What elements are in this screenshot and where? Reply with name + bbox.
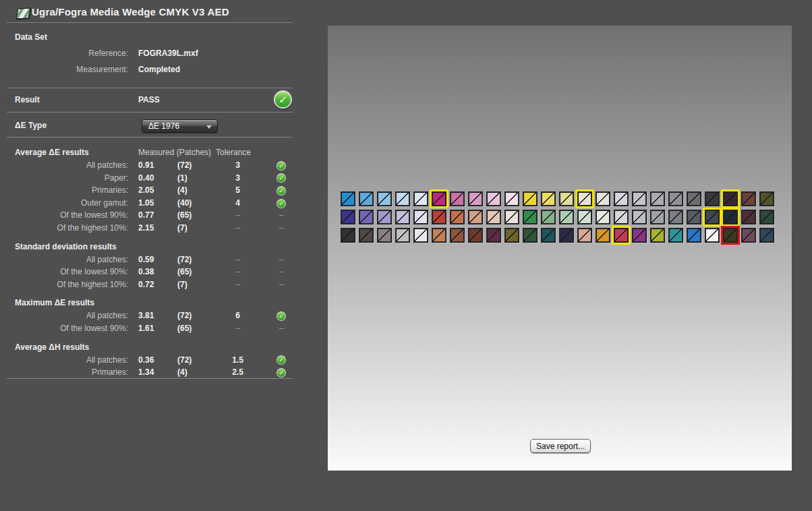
color-patch[interactable] [341,191,355,206]
table-row: Of the highest 10%:0.72(7)–– [7,278,293,291]
color-patch[interactable] [596,210,610,224]
color-patch[interactable] [632,228,647,243]
color-patch[interactable] [377,228,392,243]
color-patch[interactable] [395,228,410,243]
color-patch[interactable] [759,210,774,224]
color-patch[interactable] [559,228,574,243]
color-patch[interactable] [668,191,683,206]
pass-check-icon: ✓ [277,174,285,182]
measured-column-header: Measured (Patches) [138,146,216,159]
color-patch[interactable] [450,228,465,243]
color-patch-yellow-flag[interactable] [723,191,738,206]
color-patch[interactable] [523,228,538,243]
color-patch[interactable] [759,191,774,206]
color-patch[interactable] [504,228,519,243]
color-patch[interactable] [541,228,556,243]
color-patch[interactable] [450,210,465,224]
measured-value: 0.59 [138,253,177,266]
color-patch[interactable] [577,228,592,243]
color-patch[interactable] [432,228,446,243]
color-patch-yellow-flag[interactable] [705,210,720,224]
measured-value: 0.91 [138,159,177,172]
color-patch[interactable] [432,210,446,224]
color-patch[interactable] [614,210,629,224]
color-patch[interactable] [741,228,756,243]
section-title: Average ΔE results [7,146,128,159]
color-patch[interactable] [650,210,665,224]
color-patch[interactable] [486,228,501,243]
color-patch[interactable] [377,210,392,224]
color-patch[interactable] [523,191,538,206]
color-patch[interactable] [504,191,519,206]
patch-count: (72) [177,159,216,172]
color-patch-red-flag[interactable] [723,228,738,243]
color-patch[interactable] [486,210,501,224]
color-patch[interactable] [341,228,355,243]
color-patch[interactable] [413,191,428,206]
color-patch[interactable] [413,228,428,243]
color-patch[interactable] [705,191,720,206]
color-patch-yellow-flag[interactable] [432,191,446,206]
measured-value: 3.81 [138,309,177,322]
color-patch[interactable] [614,191,629,206]
color-patch-yellow-flag[interactable] [577,191,592,206]
color-patch[interactable] [468,191,483,206]
table-row: All patches:0.59(72)–– [7,253,293,266]
color-patch[interactable] [687,228,701,243]
color-patch[interactable] [413,210,428,224]
color-patch[interactable] [359,191,374,206]
color-patch[interactable] [687,210,701,224]
color-patch[interactable] [650,191,665,206]
table-row: Of the lowest 90%:1.61(65)–– [7,322,293,335]
color-patch[interactable] [377,191,392,206]
color-patch[interactable] [468,210,483,224]
color-patch[interactable] [395,191,410,206]
status-cell: ✓ [260,366,293,379]
delta-e-type-dropdown[interactable]: ΔE 1976 [142,119,218,133]
color-patch[interactable] [359,228,374,243]
color-patch[interactable] [741,210,756,224]
tolerance-value: 6 [216,309,260,322]
color-patch[interactable] [486,191,501,206]
reference-value: FOGRA39L.mxf [138,49,198,58]
color-patch[interactable] [668,210,683,224]
color-patch[interactable] [668,228,683,243]
color-patch[interactable] [504,210,519,224]
color-patch[interactable] [559,191,574,206]
color-patch-yellow-flag[interactable] [614,228,629,243]
color-patch[interactable] [523,210,538,224]
color-patch[interactable] [559,210,574,224]
table-row: Of the lowest 90%:0.77(65)–– [7,209,293,222]
color-patch[interactable] [632,191,647,206]
color-patch[interactable] [741,191,756,206]
color-patch[interactable] [577,210,592,224]
color-patch[interactable] [650,228,665,243]
status-cell: ✓ [260,184,293,197]
measured-value: 2.05 [138,184,177,197]
save-report-button[interactable]: Save report... [530,439,591,453]
color-patch[interactable] [705,228,720,243]
section-title: Maximum ΔE results [7,296,128,309]
tolerance-value: – [216,222,260,235]
table-row: All patches:3.81(72)6✓ [7,309,293,322]
measurement-value: Completed [138,65,180,74]
color-patch[interactable] [395,210,410,224]
color-patch[interactable] [541,191,556,206]
color-patch[interactable] [596,228,610,243]
tolerance-value: 4 [216,197,260,210]
color-patch[interactable] [359,210,374,224]
measured-value: 0.40 [138,172,177,185]
result-value: PASS [138,95,160,104]
color-patch[interactable] [596,191,610,206]
color-patch-yellow-flag[interactable] [723,210,738,224]
color-patch[interactable] [541,210,556,224]
row-label: All patches: [7,309,128,322]
row-label: Paper: [7,172,128,185]
color-patch[interactable] [687,191,701,206]
color-patch[interactable] [759,228,774,243]
color-patch[interactable] [341,210,355,224]
color-patch[interactable] [468,228,483,243]
color-patch[interactable] [632,210,647,224]
color-patch[interactable] [450,191,465,206]
pass-check-icon: ✓ [277,200,285,208]
